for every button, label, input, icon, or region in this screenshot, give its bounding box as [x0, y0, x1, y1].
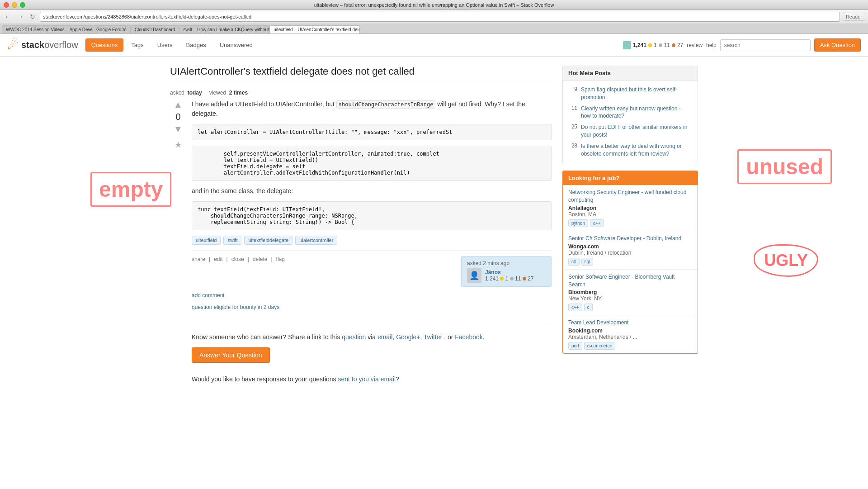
hot-meta-link-2[interactable]: Do not put EDIT: or other similar monike…	[581, 123, 692, 139]
jobs-header: Looking for a job?	[563, 171, 698, 185]
job-title-0[interactable]: Networking Security Engineer - well fund…	[568, 189, 692, 204]
tab-google[interactable]: Google Fordító	[92, 25, 131, 33]
question-link[interactable]: question	[342, 333, 366, 341]
tag-uitextfield[interactable]: uitextfield	[192, 236, 221, 245]
email-responses-link[interactable]: sent to you via email	[338, 375, 396, 383]
help-link[interactable]: help	[706, 42, 717, 48]
window-title: uitableview – fatal error: unexpectedly …	[314, 2, 554, 8]
forward-button[interactable]: →	[15, 12, 25, 21]
nav-users[interactable]: Users	[151, 38, 179, 52]
tab-swift[interactable]: swift – How can I make a CKQuery without…	[179, 25, 269, 33]
sidebar: Hot Meta Posts 9 Spam flag disputed but …	[562, 66, 698, 383]
user-name[interactable]: János	[485, 269, 534, 275]
job-tag-perl[interactable]: perl	[568, 342, 582, 350]
ask-question-button[interactable]: Ask Question	[814, 38, 861, 52]
so-search	[720, 39, 811, 51]
nav-badges[interactable]: Badges	[180, 38, 212, 52]
job-tag-ecommerce[interactable]: e-commerce	[584, 342, 616, 350]
so-logo[interactable]: ☄ stackoverflow	[7, 38, 78, 52]
job-title-2[interactable]: Senior Software Engineer - Bloomberg Vau…	[568, 273, 692, 289]
question-actions: share | edit | close | delete | flag	[192, 256, 285, 262]
hot-meta-link-1[interactable]: Clearly written easy but narrow question…	[581, 105, 692, 120]
user-avatar-small	[623, 41, 631, 49]
answer-your-question-button[interactable]: Answer Your Question	[192, 347, 270, 363]
tab-cloudkit[interactable]: CloudKit Dashboard	[131, 25, 179, 33]
job-tag-csharp[interactable]: c#	[568, 258, 580, 266]
gold-badge	[648, 43, 652, 47]
search-input[interactable]	[720, 39, 811, 51]
tab-wwdc[interactable]: WWDC 2014 Session Videos – Apple Develop…	[2, 25, 92, 33]
twitter-share-link[interactable]: Twitter	[424, 333, 442, 341]
bounty-link[interactable]: question eligible for bounty in 2 days	[192, 304, 552, 310]
job-tag-sql[interactable]: sql	[581, 258, 594, 266]
back-button[interactable]: ←	[3, 12, 13, 21]
upvote-button[interactable]: ▲	[174, 100, 183, 110]
close-link[interactable]: close	[231, 256, 244, 262]
share-section: Know someone who can answer? Share a lin…	[192, 325, 552, 383]
user-gold-badge	[500, 277, 504, 280]
nav-questions[interactable]: Questions	[85, 38, 124, 52]
hot-meta-item-0: 9 Spam flag disputed but this is overt s…	[568, 84, 692, 103]
question-footer: share | edit | close | delete | flag ask…	[192, 250, 552, 287]
hot-meta-link-0[interactable]: Spam flag disputed but this is overt sel…	[581, 86, 692, 101]
tag-uialertcontroller[interactable]: uialertcontroller	[295, 236, 337, 245]
question-content: I have added a UITextField to UIAlertCon…	[192, 100, 552, 383]
so-logo-text: stackoverflow	[21, 40, 78, 50]
main-container: UIAlertController's textfield delegate d…	[163, 57, 705, 392]
minimize-window-button[interactable]	[12, 2, 17, 8]
hot-meta-item-1: 11 Clearly written easy but narrow quest…	[568, 103, 692, 122]
window-controls[interactable]	[4, 2, 25, 8]
hot-meta-link-3[interactable]: Is there a better way to deal with wrong…	[581, 142, 692, 158]
job-tags-1: c# sql	[568, 258, 692, 266]
reader-mode-button[interactable]: Reader	[843, 13, 865, 21]
hot-meta-num-3: 28	[568, 142, 577, 149]
viewed-meta: viewed 2 times	[209, 90, 248, 96]
gold-count: 1	[654, 42, 657, 48]
job-location-2: New York, NY	[568, 295, 692, 302]
job-item-3: Team Lead Development Booking.com Amster…	[563, 315, 698, 353]
job-company-2: Bloomberg	[568, 289, 692, 295]
vote-area: ▲ 0 ▼ ★	[170, 100, 186, 383]
vote-count: 0	[175, 112, 180, 122]
so-nav: Questions Tags Users Badges Unanswered	[85, 38, 259, 52]
job-tag-c[interactable]: c	[584, 304, 593, 311]
job-tag-cpp[interactable]: c++	[590, 219, 604, 227]
hot-meta-item-2: 25 Do not put EDIT: or other similar mon…	[568, 122, 692, 141]
downvote-button[interactable]: ▼	[174, 124, 183, 134]
user-avatar: 👤	[467, 268, 481, 283]
job-title-3[interactable]: Team Lead Development	[568, 319, 692, 327]
job-location-1: Dublin, Ireland / relocation	[568, 250, 692, 256]
hot-meta-box: Hot Meta Posts 9 Spam flag disputed but …	[562, 66, 698, 163]
add-comment-link[interactable]: add comment	[192, 292, 552, 299]
tag-swift[interactable]: swift	[223, 236, 241, 245]
nav-unanswered[interactable]: Unanswered	[214, 38, 259, 52]
tag-uitextfielddelegate[interactable]: uitextfielddelegate	[244, 236, 292, 245]
delete-link[interactable]: delete	[253, 256, 268, 262]
user-rep: 1,241	[633, 42, 646, 48]
job-tags-0: python c++	[568, 219, 692, 227]
email-share-link[interactable]: email	[377, 333, 392, 341]
facebook-share-link[interactable]: Facebook	[455, 333, 482, 341]
gplus-share-link[interactable]: Google+	[396, 333, 420, 341]
close-window-button[interactable]	[4, 2, 9, 8]
address-bar[interactable]	[40, 12, 840, 22]
refresh-button[interactable]: ↻	[28, 12, 37, 21]
maximize-window-button[interactable]	[20, 2, 25, 8]
job-title-1[interactable]: Senior C# Software Developer - Dublin, I…	[568, 235, 692, 242]
bronze-badge	[672, 43, 675, 47]
asked-meta: asked today	[170, 90, 202, 96]
bronze-count: 27	[677, 42, 683, 48]
tab-uitextfield[interactable]: uitextfield – UIAlertController's textfi…	[269, 25, 360, 33]
flag-link[interactable]: flag	[276, 256, 285, 262]
so-logo-icon: ☄	[7, 38, 19, 52]
edit-link[interactable]: edit	[214, 256, 222, 262]
job-tag-python[interactable]: python	[568, 219, 588, 227]
share-link[interactable]: share	[192, 256, 205, 262]
user-silver-badge	[510, 277, 514, 280]
job-item-0: Networking Security Engineer - well fund…	[563, 185, 698, 231]
favorite-button[interactable]: ★	[175, 140, 182, 150]
job-item-1: Senior C# Software Developer - Dublin, I…	[563, 231, 698, 270]
review-link[interactable]: review	[687, 42, 703, 48]
nav-tags[interactable]: Tags	[125, 38, 149, 52]
job-tag-cpp2[interactable]: c++	[568, 304, 582, 311]
